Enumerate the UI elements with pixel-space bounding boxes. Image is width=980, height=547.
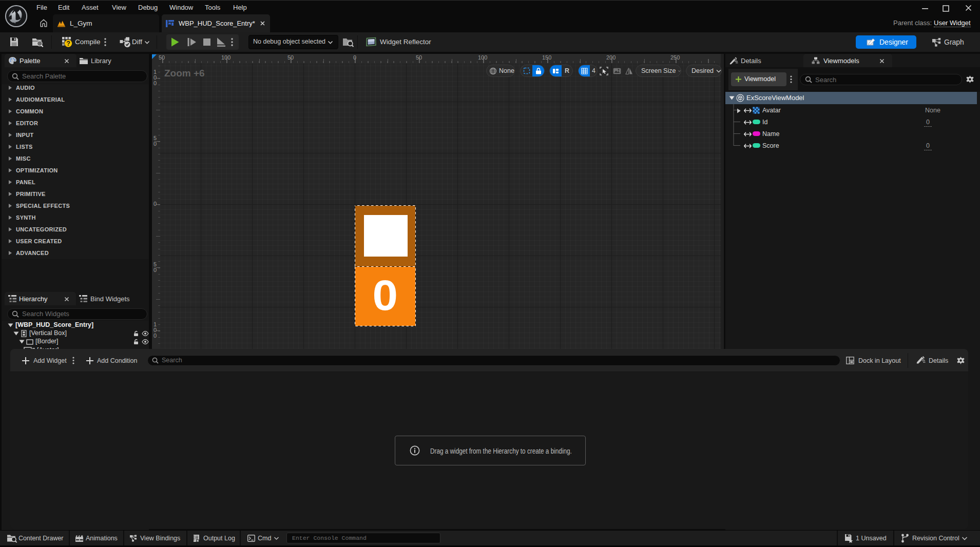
svg-text:?: ?	[66, 40, 70, 47]
